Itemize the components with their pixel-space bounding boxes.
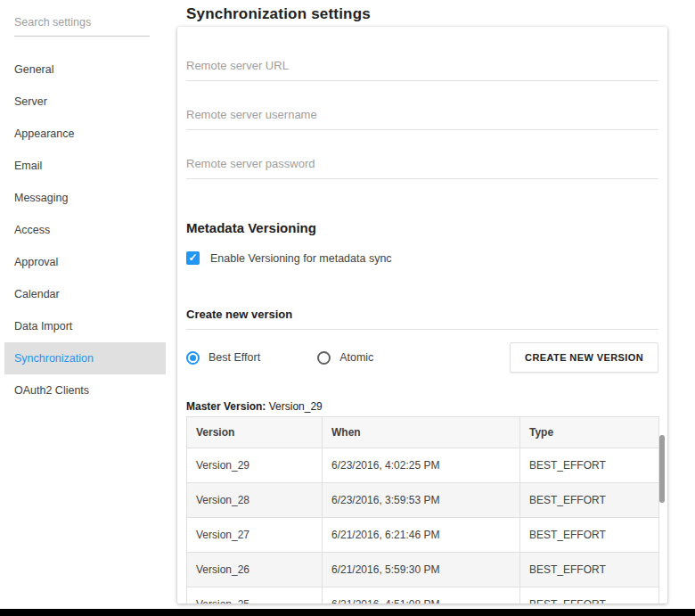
version-type-radio-row: Best Effort Atomic CREATE NEW VERSION [186, 341, 658, 374]
cell-type: BEST_EFFORT [520, 587, 659, 604]
cell-type: BEST_EFFORT [520, 483, 659, 518]
sidebar-item-general[interactable]: General [0, 53, 175, 86]
versions-table: Version When Type Version_29 6/23/2016, … [186, 416, 659, 604]
remote-server-username-input[interactable] [186, 99, 658, 130]
radio-atomic[interactable]: Atomic [317, 351, 373, 365]
column-header-version: Version [187, 417, 323, 448]
enable-versioning-checkbox-row[interactable]: ✓ Enable Versioning for metadata sync [186, 251, 658, 265]
cell-version: Version_29 [187, 448, 323, 483]
metadata-versioning-heading: Metadata Versioning [186, 220, 658, 235]
settings-sidebar: General Server Appearance Email Messagin… [0, 0, 175, 609]
master-version-value: Version_29 [269, 400, 323, 413]
sidebar-item-server[interactable]: Server [0, 86, 175, 118]
table-row[interactable]: Version_28 6/23/2016, 3:59:53 PM BEST_EF… [187, 483, 659, 518]
cell-version: Version_28 [187, 483, 323, 518]
master-version-line: Master Version: Version_29 [186, 400, 658, 413]
table-scrollbar[interactable] [659, 435, 665, 503]
page-title: Synchronization settings [175, 0, 695, 23]
remote-server-username-field [186, 99, 658, 130]
table-header-row: Version When Type [187, 417, 659, 448]
enable-versioning-label: Enable Versioning for metadata sync [210, 252, 392, 265]
radio-unselected-icon[interactable] [317, 351, 331, 365]
create-new-version-heading: Create new version [186, 308, 292, 321]
cell-when: 6/21/2016, 4:51:08 PM [323, 587, 520, 604]
cell-type: BEST_EFFORT [520, 518, 659, 553]
bottom-bar [0, 609, 695, 616]
cell-type: BEST_EFFORT [520, 553, 659, 587]
create-new-version-button[interactable]: CREATE NEW VERSION [510, 342, 658, 373]
checkbox-checked-icon[interactable]: ✓ [186, 251, 200, 265]
versions-table-wrap: Version When Type Version_29 6/23/2016, … [186, 416, 658, 604]
remote-server-password-input[interactable] [186, 148, 658, 179]
master-version-label: Master Version: [186, 400, 266, 413]
cell-when: 6/23/2016, 3:59:53 PM [323, 483, 520, 518]
search-settings-wrap [0, 0, 175, 37]
table-row[interactable]: Version_29 6/23/2016, 4:02:25 PM BEST_EF… [187, 448, 659, 483]
remote-server-url-input[interactable] [186, 50, 658, 81]
remote-server-password-field [186, 148, 658, 179]
sidebar-item-messaging[interactable]: Messaging [0, 182, 175, 214]
search-settings-input[interactable] [14, 12, 150, 37]
sidebar-item-oauth2-clients[interactable]: OAuth2 Clients [0, 374, 175, 407]
radio-selected-icon[interactable] [186, 351, 200, 365]
main-content: Synchronization settings Metadata Versio… [175, 0, 695, 609]
cell-version: Version_27 [187, 518, 323, 553]
synchronization-settings-card: Metadata Versioning ✓ Enable Versioning … [177, 27, 667, 604]
create-new-version-heading-wrap: Create new version [186, 306, 658, 330]
cell-when: 6/21/2016, 6:21:46 PM [323, 518, 520, 553]
cell-when: 6/23/2016, 4:02:25 PM [323, 448, 520, 483]
sidebar-item-approval[interactable]: Approval [0, 246, 175, 278]
table-row[interactable]: Version_25 6/21/2016, 4:51:08 PM BEST_EF… [187, 587, 659, 604]
radio-best-effort-label: Best Effort [208, 351, 260, 364]
settings-nav: General Server Appearance Email Messagin… [0, 53, 175, 407]
cell-version: Version_26 [187, 553, 323, 587]
cell-type: BEST_EFFORT [520, 448, 659, 483]
table-row[interactable]: Version_26 6/21/2016, 5:59:30 PM BEST_EF… [187, 553, 659, 587]
sidebar-item-data-import[interactable]: Data Import [0, 310, 175, 342]
column-header-type: Type [520, 417, 659, 448]
sidebar-item-appearance[interactable]: Appearance [0, 118, 175, 150]
radio-atomic-label: Atomic [339, 351, 373, 364]
column-header-when: When [323, 417, 520, 448]
remote-server-url-field [186, 50, 658, 81]
cell-version: Version_25 [187, 587, 323, 604]
sidebar-item-email[interactable]: Email [0, 150, 175, 182]
cell-when: 6/21/2016, 5:59:30 PM [323, 553, 520, 587]
radio-best-effort[interactable]: Best Effort [186, 351, 260, 365]
table-row[interactable]: Version_27 6/21/2016, 6:21:46 PM BEST_EF… [187, 518, 659, 553]
sidebar-item-synchronization[interactable]: Synchronization [4, 342, 166, 374]
sidebar-item-access[interactable]: Access [0, 214, 175, 246]
sidebar-item-calendar[interactable]: Calendar [0, 278, 175, 310]
